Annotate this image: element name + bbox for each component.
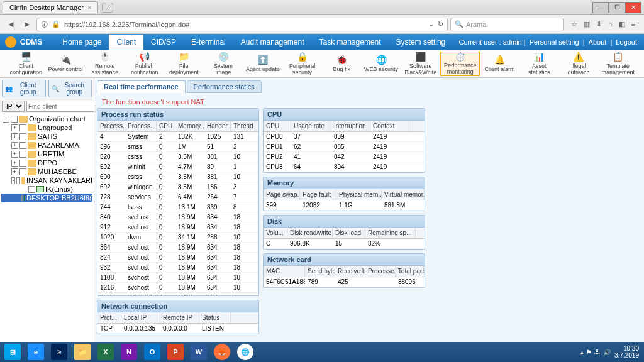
star-icon[interactable]: ☆ — [571, 20, 577, 28]
download-icon[interactable]: ⬇ — [596, 20, 602, 28]
table-row[interactable]: 396smss01M512 — [97, 142, 258, 152]
table-row[interactable]: 840svchost018.9M63418 — [97, 212, 258, 222]
menu-client[interactable]: Client — [109, 35, 143, 50]
task-chrome[interactable]: 🌐 — [234, 343, 257, 361]
column-header[interactable]: Memory ... — [175, 121, 204, 131]
table-row[interactable]: CPU1628852419 — [264, 142, 425, 152]
tray-flag-icon[interactable]: ⚑ — [586, 349, 592, 356]
url-input[interactable]: 🛈 🔒 https://192.168.2.225/Terminal/logon… — [36, 18, 448, 31]
tree-node[interactable]: +MUHASEBE — [1, 167, 92, 176]
reload-icon[interactable]: ↻ — [438, 20, 443, 28]
expander-icon[interactable]: + — [11, 124, 18, 131]
netconn-table[interactable]: TCP0.0.0.0:1350.0.0.0:0LISTEN — [97, 324, 258, 334]
checkbox[interactable] — [19, 168, 26, 175]
table-row[interactable]: 912svchost018.9M63418 — [97, 222, 258, 233]
expander-icon[interactable]: + — [11, 168, 18, 175]
task-outlook[interactable]: O — [141, 343, 164, 361]
column-header[interactable]: Remaining sp... — [365, 228, 416, 238]
tab-performance-statics[interactable]: Performance statics — [187, 80, 262, 93]
tab-realtime-performance[interactable]: Real time performance — [97, 80, 186, 93]
column-header[interactable]: Disk load — [333, 228, 365, 238]
expander-icon[interactable]: + — [11, 160, 18, 167]
tool-system[interactable]: 💿Systemimage — [204, 52, 243, 76]
column-header[interactable]: Process... — [97, 121, 125, 131]
table-row[interactable]: CPU2418422419 — [264, 152, 425, 162]
tree-node[interactable]: +SATIS — [1, 132, 92, 141]
table-row[interactable]: 520csrss03.5M38110 — [97, 152, 258, 162]
task-onenote[interactable]: N — [118, 343, 140, 361]
checkbox[interactable] — [28, 186, 35, 193]
table-row[interactable]: 4System2132K1025131 — [97, 132, 258, 142]
tool-client[interactable]: 🖥️Clientconfiguration — [6, 52, 46, 76]
task-word[interactable]: W — [187, 343, 210, 361]
tree-node[interactable]: -INSAN KAYNAKLARI — [1, 176, 92, 185]
tool-client-alarm[interactable]: 🔔Client alarm — [480, 52, 519, 76]
tool-asset[interactable]: 📊Assetstatistics — [519, 52, 559, 76]
tool-remote[interactable]: 🖱️Remoteassistance — [86, 52, 125, 76]
menu-e-terminal[interactable]: E-terminal — [184, 35, 233, 50]
menu-task-management[interactable]: Task management — [312, 35, 389, 50]
menu-cid/sp[interactable]: CID/SP — [143, 35, 184, 50]
column-header[interactable]: Thread ... — [231, 121, 253, 131]
column-header[interactable]: Process... — [125, 121, 157, 131]
column-header[interactable]: CPU — [157, 121, 175, 131]
tree-node[interactable]: +Ungrouped — [1, 123, 92, 132]
tool-performance[interactable]: ⏱️Performancemonitoring — [440, 52, 480, 76]
tray-up-icon[interactable]: ▴ — [580, 349, 584, 356]
task-firefox[interactable]: 🦊 — [211, 343, 233, 361]
memory-table[interactable]: 399120821.1G581.8M — [264, 200, 425, 211]
column-header[interactable]: Physical mem... — [336, 189, 382, 200]
back-button[interactable]: ◀ — [4, 18, 18, 31]
close-button[interactable]: ✕ — [625, 2, 641, 13]
menu-home-page[interactable]: Home page — [55, 35, 109, 50]
expander-icon[interactable]: - — [3, 116, 9, 123]
table-row[interactable]: 600csrss03.5M38110 — [97, 172, 258, 182]
table-row[interactable]: 592wininit04.7M891 — [97, 162, 258, 172]
table-row[interactable]: 1216svchost018.9M63418 — [97, 283, 258, 293]
tray-network-icon[interactable]: 🖧 — [594, 349, 601, 356]
column-header[interactable]: CPU — [264, 121, 291, 131]
table-row[interactable]: 744lsass013.1M8698 — [97, 202, 258, 212]
column-header[interactable]: Receive b... — [335, 266, 365, 277]
tray-sound-icon[interactable]: 🔊 — [603, 349, 611, 356]
table-row[interactable]: C906.8K1582% — [264, 239, 425, 249]
tool-bug-fix[interactable]: 🐞Bug fix — [322, 52, 362, 76]
column-header[interactable]: Total pack... — [396, 266, 425, 277]
column-header[interactable]: Hander ... — [204, 121, 231, 131]
table-row[interactable]: 824svchost018.9M63418 — [97, 253, 258, 263]
checkbox[interactable] — [19, 160, 26, 167]
dropdown-icon[interactable]: ⌄ — [428, 20, 434, 28]
system-tray[interactable]: ▴ ⚑ 🖧 🔊 10:30 3.7.2019 — [580, 345, 643, 359]
tree-node[interactable]: +DEPO — [1, 158, 92, 167]
table-row[interactable]: TCP0.0.0.0:1350.0.0.0:0LISTEN — [97, 324, 258, 334]
table-row[interactable]: 728services06.4M2647 — [97, 192, 258, 202]
task-excel[interactable]: X — [94, 343, 117, 361]
browser-tab[interactable]: Cinfin Desktop Manager × — [3, 1, 98, 13]
tree-node[interactable]: +URETIM — [1, 150, 92, 158]
task-ie[interactable]: e — [25, 343, 47, 361]
expander-icon[interactable]: + — [11, 142, 18, 149]
column-header[interactable]: Prot... — [97, 312, 121, 323]
column-header[interactable]: Remote IP — [160, 312, 199, 323]
column-header[interactable]: Interruption — [331, 121, 370, 131]
table-row[interactable]: 399120821.1G581.8M — [264, 200, 425, 211]
expander-icon[interactable]: + — [11, 133, 18, 140]
tree-node[interactable]: DESKTOP-BB2U6I8(Wi — [1, 194, 92, 202]
column-header[interactable]: Disk read/write — [287, 228, 333, 238]
tool-publish[interactable]: 📢Publishnotification — [125, 52, 164, 76]
table-row[interactable]: 932svchost018.9M63418 — [97, 263, 258, 273]
tool-web-security[interactable]: 🌐WEB security — [362, 52, 401, 76]
table-row[interactable]: 54F6C51A188378942538096 — [264, 277, 425, 287]
checkbox[interactable] — [16, 177, 20, 184]
column-header[interactable]: MAC — [264, 266, 305, 277]
maximize-button[interactable]: ☐ — [609, 2, 625, 13]
tree-node[interactable]: IK(Linux) — [1, 185, 92, 194]
close-icon[interactable]: × — [87, 4, 91, 11]
column-header[interactable]: Context — [370, 121, 408, 131]
table-row[interactable]: 1396igfxCUIS...08.1M1452 — [97, 293, 258, 295]
checkbox[interactable] — [19, 124, 26, 131]
link-logout[interactable]: Logout — [616, 38, 637, 46]
process-table[interactable]: 4System2132K1025131396smss01M512520csrss… — [97, 132, 258, 295]
tool-file[interactable]: 📁Filedeployment — [164, 52, 204, 76]
expander-icon[interactable]: + — [11, 151, 18, 158]
